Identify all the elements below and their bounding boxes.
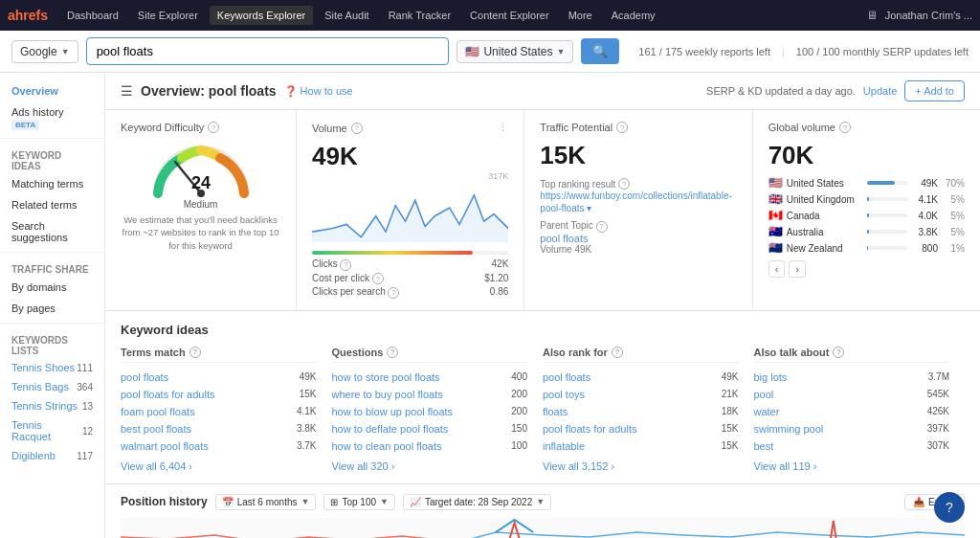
parent-topic-link[interactable]: pool floats [540,233,736,244]
help-button[interactable]: ? [934,492,965,523]
also-rank-col: Also rank for ? pool floats49K pool toys… [543,347,754,472]
add-to-button[interactable]: + Add to [904,80,965,101]
filter2-arrow: ▼ [380,497,389,506]
sidebar-divider-3 [0,323,104,324]
prev-country-btn[interactable]: ‹ [768,260,786,278]
sidebar-list-tennis-strings[interactable]: Tennis Strings 13 [0,396,104,415]
sidebar-related-terms[interactable]: Related terms [0,194,104,215]
also-rank-view-all[interactable]: View all 3,152 › [543,460,739,472]
volume-info-icon[interactable]: ? [351,123,363,134]
nav-site-audit[interactable]: Site Audit [317,6,376,25]
kw-link[interactable]: pool floats for adults [543,423,636,435]
also-rank-info-icon[interactable]: ? [612,347,623,358]
kw-link[interactable]: foam pool floats [121,406,195,417]
kw-row: pool floats for adults15K [121,386,317,403]
kw-link[interactable]: pool floats [543,371,590,383]
kw-link[interactable]: how to blow up pool floats [332,406,454,417]
target-date-filter[interactable]: 📈 Target date: 28 Sep 2022 ▼ [403,494,551,510]
top-result-url[interactable]: https://www.funboy.com/collections/infla… [540,190,736,214]
cpc-info[interactable]: ? [372,273,384,284]
global-info-icon[interactable]: ? [839,122,851,133]
sidebar-by-domains[interactable]: By domains [0,277,104,298]
sidebar-list-tennis-shoes[interactable]: Tennis Shoes 111 [0,358,104,377]
pos-title: Position history [121,495,208,508]
sidebar-search-suggestions[interactable]: Search suggestions [0,215,104,248]
engine-selector[interactable]: Google ▼ [11,40,78,63]
kw-link[interactable]: pool toys [543,389,585,400]
us-name: United States [787,178,863,189]
update-link[interactable]: Update [863,85,897,97]
sidebar-overview[interactable]: Overview [0,80,104,101]
nav-site-explorer[interactable]: Site Explorer [130,6,206,25]
uk-bar [867,197,870,201]
also-talk-view-all[interactable]: View all 119 › [754,460,950,472]
kw-link[interactable]: pool floats for adults [121,389,214,400]
kw-link[interactable]: swimming pool [754,423,824,435]
top-100-filter[interactable]: ⊞ Top 100 ▼ [323,494,395,510]
difficulty-info-icon[interactable]: ? [208,122,219,133]
how-to-use-link[interactable]: ❓ How to use [284,85,353,98]
sidebar-by-pages[interactable]: By pages [0,298,104,319]
nz-bar-bg [867,246,907,250]
sidebar-list-tennis-bags[interactable]: Tennis Bags 364 [0,377,104,396]
terms-view-all[interactable]: View all 6,404 › [121,460,317,472]
kw-row: pool floats for adults15K [543,420,739,437]
kw-link[interactable]: pool [754,389,774,400]
kw-link[interactable]: walmart pool floats [121,440,209,452]
kw-link[interactable]: water [754,406,780,417]
traffic-info-icon[interactable]: ? [616,122,628,133]
country-flag: 🇺🇸 [465,45,479,58]
last-6-months-filter[interactable]: 📅 Last 6 months ▼ [215,494,317,510]
svg-marker-3 [312,195,508,242]
difficulty-card-title: Keyword Difficulty ? [121,122,280,133]
country-row-nz: 🇳🇿 New Zealand 800 1% [768,241,965,255]
sidebar-list-tennis-racquet[interactable]: Tennis Racquet 12 [0,415,104,446]
nav-more[interactable]: More [561,6,600,25]
nav-rank-tracker[interactable]: Rank Tracker [381,6,458,25]
kw-row: pool545K [754,386,950,403]
search-button[interactable]: 🔍 [581,38,619,64]
top-result-info[interactable]: ? [618,178,630,190]
position-history-section: Position history 📅 Last 6 months ▼ ⊞ Top… [105,484,980,539]
kw-link[interactable]: where to buy pool floats [332,389,443,400]
svg-text:24: 24 [190,173,210,192]
nav-keywords-explorer[interactable]: Keywords Explorer [210,6,313,25]
sidebar-ads-history[interactable]: Ads history BETA [0,101,104,134]
kw-link[interactable]: best [754,440,774,452]
kw-row: swimming pool397K [754,420,950,437]
kw-link[interactable]: big lots [754,371,788,383]
country-selector[interactable]: 🇺🇸 United States ▼ [457,40,573,63]
country-label: United States [483,45,552,58]
hamburger-icon[interactable]: ☰ [121,83,133,99]
kw-row: pool floats49K [121,369,317,386]
parent-info[interactable]: ? [596,221,608,233]
sidebar-matching-terms[interactable]: Matching terms [0,173,104,194]
sidebar-list-digiblenb[interactable]: Digiblenb 117 [0,446,104,465]
keyword-search-input[interactable] [86,37,450,65]
us-pct: 70% [942,178,965,189]
nav-content-explorer[interactable]: Content Explorer [462,6,557,25]
kw-row: where to buy pool floats200 [332,386,528,403]
kw-link[interactable]: how to store pool floats [332,371,440,383]
kw-link[interactable]: inflatable [543,440,585,452]
ca-bar-bg [867,213,907,217]
volume-more-icon[interactable]: ⋮ [498,122,508,134]
list-count: 117 [77,451,93,461]
terms-info-icon[interactable]: ? [189,347,201,358]
next-country-btn[interactable]: › [789,260,806,278]
also-talk-info-icon[interactable]: ? [833,347,844,358]
kw-link[interactable]: floats [543,406,568,417]
beta-badge: BETA [11,120,39,130]
kw-link[interactable]: best pool floats [121,423,191,435]
questions-info-icon[interactable]: ? [387,347,398,358]
kw-link[interactable]: pool floats [121,371,168,383]
clicks-info[interactable]: ? [340,259,351,271]
user-menu[interactable]: Jonathan Crim's ... [885,10,972,21]
kw-link[interactable]: how to clean pool floats [332,440,442,452]
nav-academy[interactable]: Academy [604,6,663,25]
cps-info[interactable]: ? [388,287,399,299]
questions-view-all[interactable]: View all 320 › [332,460,528,472]
kw-link[interactable]: how to deflate pool floats [332,423,449,435]
list-label: Digiblenb [11,450,56,461]
nav-dashboard[interactable]: Dashboard [59,6,126,25]
